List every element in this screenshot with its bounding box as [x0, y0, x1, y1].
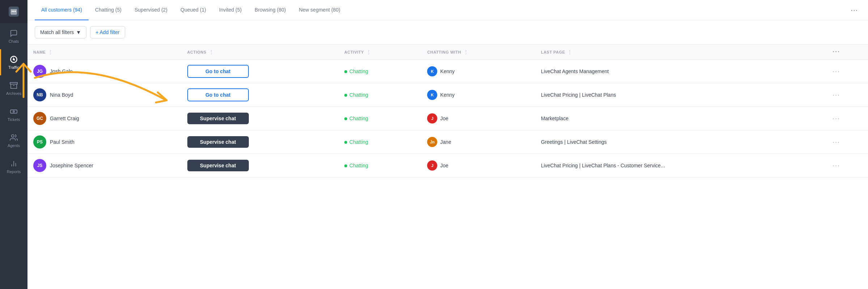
col-header-activity: ACTIVITY ⋮	[339, 45, 421, 60]
svg-rect-6	[10, 82, 17, 84]
tab-queued[interactable]: Queued (1)	[174, 0, 213, 20]
customer-name: Josh Gale	[50, 68, 73, 74]
agent-name: Kenny	[440, 92, 455, 98]
sidebar-label-agents: Agents	[8, 143, 20, 148]
customers-table-container: NAME ⋮ ACTIONS ⋮ ACTIVITY ⋮	[27, 45, 868, 289]
tabs-more-button[interactable]: ···	[848, 6, 861, 14]
cell-agent-garrett-craig: J Joe	[421, 107, 535, 130]
supervise-chat-button[interactable]: Supervise chat	[187, 160, 249, 171]
sidebar-item-traffic[interactable]: Traffic	[0, 49, 27, 75]
row-more-button[interactable]: ···	[833, 138, 840, 146]
tab-invited[interactable]: Invited (5)	[213, 0, 248, 20]
agent-avatar: K	[427, 66, 437, 76]
agent-name: Jane	[440, 139, 451, 145]
customers-table: NAME ⋮ ACTIONS ⋮ ACTIVITY ⋮	[27, 45, 868, 177]
agent-avatar: Jn	[427, 137, 437, 147]
col-header-more[interactable]: ···	[827, 45, 868, 60]
agent-name: Joe	[440, 116, 448, 121]
cell-more-nina-boyd[interactable]: ···	[827, 83, 868, 107]
cell-action-paul-smith: Supervise chat	[182, 130, 339, 154]
activity-indicator	[344, 141, 347, 144]
go-to-chat-button[interactable]: Go to chat	[187, 88, 249, 101]
cell-last-page-josephine-spencer: LiveChat Pricing | LiveChat Plans - Cust…	[535, 154, 827, 177]
match-all-filters-label: Match all filters	[40, 29, 74, 35]
sidebar-label-archives: Archives	[6, 91, 21, 96]
cell-activity-josephine-spencer: Chatting	[339, 154, 421, 177]
agent-name: Joe	[440, 163, 448, 168]
activity-status: Chatting	[349, 92, 368, 98]
customer-name: Garrett Craig	[50, 116, 79, 121]
agent-name: Kenny	[440, 68, 455, 74]
cell-more-garrett-craig[interactable]: ···	[827, 107, 868, 130]
cell-more-josh-gale[interactable]: ···	[827, 60, 868, 83]
cell-more-josephine-spencer[interactable]: ···	[827, 154, 868, 177]
dropdown-icon: ▼	[76, 29, 81, 35]
sidebar-item-reports[interactable]: Reports	[0, 154, 27, 180]
main-content: All customers (94) Chatting (5) Supervis…	[27, 0, 868, 289]
table-row: JG Josh Gale Go to chatChatting K Kenny …	[27, 60, 868, 83]
col-header-last-page: LAST PAGE ⋮	[535, 45, 827, 60]
app-logo	[0, 0, 27, 23]
svg-point-5	[13, 58, 15, 60]
svg-point-8	[13, 111, 14, 112]
tabs-bar: All customers (94) Chatting (5) Supervis…	[27, 0, 868, 20]
tab-all-customers[interactable]: All customers (94)	[35, 0, 89, 20]
row-more-button[interactable]: ···	[833, 68, 840, 75]
cell-activity-garrett-craig: Chatting	[339, 107, 421, 130]
cell-name-josephine-spencer: JS Josephine Spencer	[27, 154, 182, 177]
activity-status: Chatting	[349, 116, 368, 121]
activity-indicator	[344, 117, 347, 120]
sidebar-item-tickets[interactable]: Tickets	[0, 101, 27, 127]
activity-status: Chatting	[349, 68, 368, 74]
match-all-filters-button[interactable]: Match all filters ▼	[35, 26, 86, 38]
cell-name-paul-smith: PS Paul Smith	[27, 130, 182, 154]
cell-action-garrett-craig: Supervise chat	[182, 107, 339, 130]
supervise-chat-button[interactable]: Supervise chat	[187, 113, 249, 124]
table-row: PS Paul Smith Supervise chatChatting Jn …	[27, 130, 868, 154]
customer-avatar: JG	[33, 65, 46, 78]
row-more-button[interactable]: ···	[833, 162, 840, 169]
cell-more-paul-smith[interactable]: ···	[827, 130, 868, 154]
go-to-chat-button[interactable]: Go to chat	[187, 65, 249, 78]
row-more-button[interactable]: ···	[833, 91, 840, 99]
cell-action-josephine-spencer: Supervise chat	[182, 154, 339, 177]
svg-point-2	[13, 11, 14, 12]
sidebar-item-agents[interactable]: Agents	[0, 127, 27, 154]
cell-last-page-paul-smith: Greetings | LiveChat Settings	[535, 130, 827, 154]
cell-name-nina-boyd: NB Nina Boyd	[27, 83, 182, 107]
table-row: NB Nina Boyd Go to chatChatting K Kenny …	[27, 83, 868, 107]
table-header-row: NAME ⋮ ACTIONS ⋮ ACTIVITY ⋮	[27, 45, 868, 60]
tab-browsing[interactable]: Browsing (80)	[248, 0, 292, 20]
cell-last-page-nina-boyd: LiveChat Pricing | LiveChat Plans	[535, 83, 827, 107]
cell-activity-nina-boyd: Chatting	[339, 83, 421, 107]
sidebar-label-traffic: Traffic	[8, 65, 19, 70]
cell-agent-nina-boyd: K Kenny	[421, 83, 535, 107]
sidebar-label-reports: Reports	[7, 169, 21, 174]
sidebar-item-chats[interactable]: Chats	[0, 23, 27, 49]
activity-indicator	[344, 94, 347, 97]
cell-name-josh-gale: JG Josh Gale	[27, 60, 182, 83]
add-filter-button[interactable]: + Add filter	[90, 26, 125, 38]
cell-agent-josh-gale: K Kenny	[421, 60, 535, 83]
row-more-button[interactable]: ···	[833, 115, 840, 122]
cell-last-page-garrett-craig: Marketplace	[535, 107, 827, 130]
agent-avatar: K	[427, 90, 437, 100]
cell-agent-josephine-spencer: J Joe	[421, 154, 535, 177]
tab-new-segment[interactable]: New segment (80)	[292, 0, 346, 20]
cell-action-josh-gale: Go to chat	[182, 60, 339, 83]
cell-activity-josh-gale: Chatting	[339, 60, 421, 83]
supervise-chat-button[interactable]: Supervise chat	[187, 136, 249, 148]
cell-action-nina-boyd: Go to chat	[182, 83, 339, 107]
cell-name-garrett-craig: GC Garrett Craig	[27, 107, 182, 130]
col-header-chatting-with: CHATTING WITH ⋮	[421, 45, 535, 60]
col-header-name: NAME ⋮	[27, 45, 182, 60]
customer-avatar: PS	[33, 135, 46, 148]
table-row: JS Josephine Spencer Supervise chatChatt…	[27, 154, 868, 177]
activity-status: Chatting	[349, 139, 368, 145]
tab-chatting[interactable]: Chatting (5)	[89, 0, 128, 20]
sidebar-item-archives[interactable]: Archives	[0, 75, 27, 101]
sidebar-label-chats: Chats	[9, 39, 19, 43]
filter-bar: Match all filters ▼ + Add filter	[27, 20, 868, 45]
activity-indicator	[344, 164, 347, 167]
tab-supervised[interactable]: Supervised (2)	[128, 0, 174, 20]
